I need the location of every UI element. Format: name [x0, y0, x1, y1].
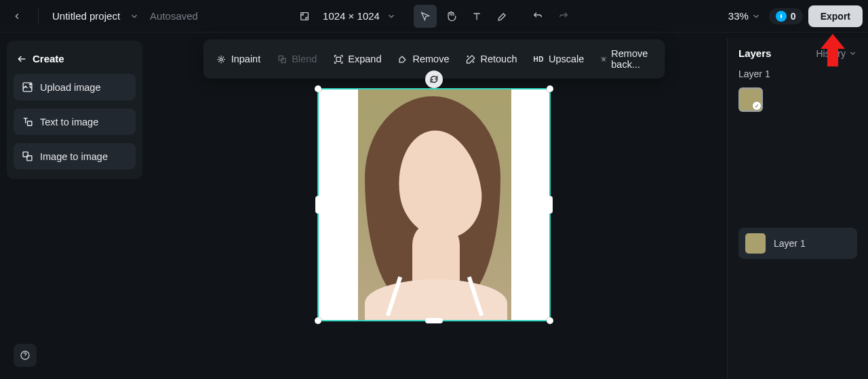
layer-row[interactable]: Layer 1 [738, 228, 857, 259]
blend-icon [277, 54, 287, 64]
text-to-image-button[interactable]: Text to image [14, 108, 136, 135]
remove-bg-tool[interactable]: Remove back... [593, 43, 659, 75]
text-to-image-icon [22, 116, 33, 127]
canvas-size[interactable]: 1024 × 1024 [319, 10, 384, 22]
svg-rect-11 [336, 57, 340, 61]
create-title: Create [33, 53, 64, 64]
svg-marker-1 [781, 13, 783, 18]
retouch-tool[interactable]: Retouch [458, 49, 524, 69]
remove-icon [397, 54, 408, 64]
upscale-icon: HD [534, 56, 544, 63]
top-center-tools: 1024 × 1024 [293, 5, 575, 28]
resize-handle-tl[interactable] [315, 85, 321, 92]
resize-handle-br[interactable] [547, 317, 553, 324]
credits-pill[interactable]: 0 [769, 8, 803, 24]
export-button[interactable]: Export [808, 5, 863, 27]
image-to-image-label: Image to image [40, 151, 108, 162]
svg-point-12 [602, 58, 604, 60]
chevron-down-icon [848, 49, 857, 58]
divider [38, 9, 39, 24]
resize-handle-right[interactable] [547, 196, 553, 214]
inpaint-tool[interactable]: Inpaint [209, 49, 269, 69]
aspect-ratio-button[interactable] [293, 5, 316, 28]
red-arrow-overlay [821, 34, 845, 66]
layer-thumbnail[interactable] [738, 87, 763, 112]
zoom-control[interactable]: 33% [726, 10, 764, 22]
create-panel: Create Upload image Text to image Image … [7, 41, 142, 179]
svg-point-8 [220, 58, 222, 60]
remove-bg-icon [600, 54, 606, 64]
arrow-left-icon [16, 54, 27, 64]
image-to-image-icon [22, 151, 33, 162]
upload-image-label: Upload image [40, 82, 100, 93]
back-button[interactable] [5, 5, 28, 28]
layer-row-label: Layer 1 [774, 238, 806, 249]
canvas-selection[interactable] [317, 88, 551, 321]
select-tool[interactable] [414, 5, 437, 28]
canvas-image [358, 89, 511, 320]
current-layer-name: Layer 1 [738, 68, 857, 79]
image-to-image-button[interactable]: Image to image [14, 143, 136, 169]
blend-tool: Blend [269, 49, 324, 69]
resize-handle-bottom[interactable] [425, 318, 443, 323]
refresh-badge[interactable] [425, 71, 443, 88]
undo-button[interactable] [526, 5, 549, 28]
resize-handle-tr[interactable] [547, 85, 553, 92]
text-tool[interactable] [465, 5, 488, 28]
hand-tool[interactable] [439, 5, 462, 28]
upscale-tool[interactable]: HD Upscale [526, 49, 592, 69]
retouch-icon [465, 54, 475, 64]
layer-row-thumb [745, 233, 766, 254]
remove-tool[interactable]: Remove [390, 49, 456, 69]
upload-image-icon [22, 81, 33, 93]
expand-tool[interactable]: Expand [326, 49, 389, 69]
inpaint-icon [216, 54, 226, 64]
redo-button[interactable] [552, 5, 575, 28]
project-name[interactable]: Untitled project [48, 10, 124, 22]
layers-panel: Layers History Layer 1 Layer 1 [727, 38, 868, 379]
credits-value: 0 [791, 11, 796, 22]
coin-icon [776, 11, 787, 22]
top-bar: Untitled project Autosaved 1024 × 1024 [0, 0, 868, 33]
text-to-image-label: Text to image [40, 117, 98, 127]
layers-title: Layers [738, 47, 771, 59]
resize-handle-left[interactable] [315, 196, 321, 214]
project-menu-chevron[interactable] [130, 12, 139, 21]
zoom-value: 33% [728, 10, 749, 22]
upload-image-button[interactable]: Upload image [14, 74, 136, 100]
svg-rect-0 [301, 12, 309, 20]
resize-handle-bl[interactable] [315, 317, 321, 324]
create-header: Create [14, 50, 136, 74]
help-button[interactable] [14, 344, 37, 367]
svg-rect-5 [28, 121, 32, 125]
canvas-frame[interactable] [317, 88, 551, 321]
autosaved-label: Autosaved [150, 10, 198, 22]
svg-marker-2 [821, 34, 845, 66]
brush-tool[interactable] [491, 5, 514, 28]
canvas-size-chevron[interactable] [387, 12, 396, 21]
expand-icon [333, 54, 343, 64]
